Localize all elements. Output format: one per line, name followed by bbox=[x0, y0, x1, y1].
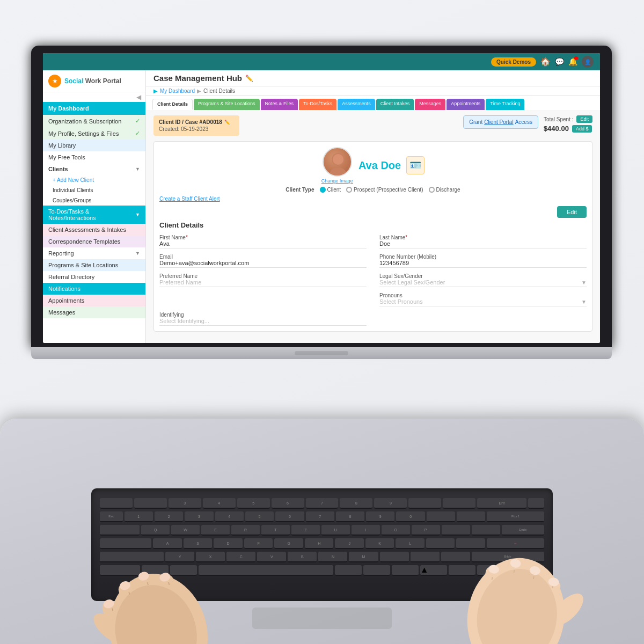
tab-intakes[interactable]: Client Intakes bbox=[376, 99, 414, 110]
content-area: Client ID / Case #AD0018 ✏️ Created: 05-… bbox=[146, 110, 600, 343]
case-edit-icon[interactable]: ✏️ bbox=[224, 120, 230, 125]
arrow-down-icon: ▼ bbox=[135, 166, 140, 172]
radio-discharge[interactable]: Discharge bbox=[429, 187, 460, 193]
total-spent-label: Total Spent : bbox=[544, 116, 574, 122]
legal-sex-label: Legal Sex/Gender bbox=[379, 273, 587, 279]
edit-main-button[interactable]: Edit bbox=[557, 206, 587, 218]
user-avatar[interactable]: 👤 bbox=[582, 56, 594, 68]
arrow-down-icon-todos: ▼ bbox=[135, 212, 140, 217]
tab-client-details[interactable]: Client Details bbox=[152, 99, 193, 110]
sidebar-item-programs[interactable]: Programs & Site Locations bbox=[43, 259, 145, 271]
edit-total-button[interactable]: Edit bbox=[576, 115, 592, 123]
grant-label: Grant bbox=[469, 119, 482, 125]
breadcrumb-home-link[interactable]: My Dashboard bbox=[160, 88, 195, 94]
legal-sex-select[interactable]: Select Legal Sex/Gender bbox=[379, 279, 445, 286]
quick-demos-button[interactable]: Quick Demos bbox=[491, 57, 536, 67]
last-name-value: Doe bbox=[379, 240, 587, 248]
client-name: Ava Doe bbox=[358, 159, 401, 172]
chat-icon[interactable]: 💬 bbox=[555, 57, 564, 66]
sidebar-item-org[interactable]: Organization & Subscription ✓ bbox=[43, 115, 145, 127]
total-amount: $440.00 bbox=[544, 125, 569, 133]
sidebar-item-messages[interactable]: Messages bbox=[43, 306, 145, 318]
case-created: Created: 05-19-2023 bbox=[159, 126, 234, 132]
client-avatar: Change Image bbox=[321, 147, 353, 184]
pronouns-label: Pronouns bbox=[379, 292, 587, 298]
field-last-name: Last Name* Doe bbox=[379, 235, 587, 248]
page-header: Case Management Hub ✏️ bbox=[146, 70, 600, 86]
identifying-label: Identifying bbox=[159, 312, 367, 318]
home-icon[interactable]: 🏠 bbox=[540, 57, 551, 67]
sidebar-item-free-tools[interactable]: My Free Tools bbox=[43, 151, 145, 163]
tab-assessments[interactable]: Assessments bbox=[338, 99, 375, 110]
sidebar-item-profile[interactable]: My Profile, Settings & Files ✓ bbox=[43, 127, 145, 140]
sidebar-item-todos[interactable]: To-Dos/Tasks & Notes/Interactions ▼ bbox=[43, 206, 145, 224]
tab-time-tracking[interactable]: Time Tracking bbox=[486, 99, 524, 110]
logo-icon: ★ bbox=[48, 75, 61, 87]
logo-text: Social Work Portal bbox=[64, 77, 121, 85]
sidebar-sub-add-client[interactable]: + Add New Client bbox=[43, 175, 145, 185]
client-type-label: Client Type bbox=[286, 187, 314, 193]
tab-messages[interactable]: Messages bbox=[415, 99, 445, 110]
tabs-row: Client Details Programs & Site Locations… bbox=[146, 96, 600, 110]
sidebar-sub-couples[interactable]: Couples/Groups bbox=[43, 195, 145, 206]
sidebar-item-appointments[interactable]: Appointments bbox=[43, 295, 145, 306]
sidebar-sub-individual[interactable]: Individual Clients bbox=[43, 185, 145, 195]
tab-appointments[interactable]: Appointments bbox=[447, 99, 485, 110]
field-legal-sex: Legal Sex/Gender Select Legal Sex/Gender… bbox=[379, 273, 587, 287]
identifying-select[interactable]: Select Identifying... bbox=[159, 318, 209, 324]
sidebar-item-dashboard[interactable]: My Dashboard bbox=[43, 102, 145, 115]
phone-label: Phone Number (Mobile) bbox=[379, 254, 587, 260]
pronouns-select[interactable]: Select Pronouns bbox=[379, 298, 423, 305]
sidebar-item-notifications[interactable]: Notifications bbox=[43, 283, 145, 295]
radio-prospect[interactable]: Prospect (Prospective Client) bbox=[346, 187, 423, 193]
notification-icon-wrapper[interactable]: 🔔 bbox=[568, 57, 577, 67]
breadcrumb-current: Client Details bbox=[203, 88, 235, 94]
logo: ★ Social Work Portal bbox=[43, 70, 145, 92]
sidebar-item-assessments[interactable]: Client Assessments & Intakes bbox=[43, 224, 145, 236]
sidebar-item-library[interactable]: My Library bbox=[43, 140, 145, 151]
sidebar-item-correspondence[interactable]: Correspondence Templates bbox=[43, 236, 145, 247]
phone-value: 123456789 bbox=[379, 260, 587, 268]
case-id: Client ID / Case #AD0018 ✏️ bbox=[159, 119, 234, 125]
svg-point-33 bbox=[330, 167, 347, 177]
staff-alert-link[interactable]: Create a Staff Client Alert bbox=[159, 196, 220, 202]
client-portal-link[interactable]: Client Portal bbox=[484, 119, 513, 125]
chevron-pronouns: ▼ bbox=[581, 299, 587, 305]
add-money-button[interactable]: Add $ bbox=[572, 125, 592, 133]
grant-portal-box: Grant Client Portal Access bbox=[463, 115, 538, 129]
sidebar-item-clients[interactable]: Clients ▼ bbox=[43, 163, 145, 175]
tab-programs[interactable]: Programs & Site Locations bbox=[194, 99, 260, 110]
field-pronouns: Pronouns Select Pronouns ▼ bbox=[379, 292, 587, 306]
tab-todos[interactable]: To-Dos/Tasks bbox=[299, 99, 336, 110]
first-name-value: Ava bbox=[159, 240, 367, 248]
checkmark-icon-2: ✓ bbox=[135, 130, 140, 137]
browser-chrome: Quick Demos 🏠 💬 🔔 👤 bbox=[43, 53, 600, 70]
change-image-link[interactable]: Change Image bbox=[321, 178, 353, 184]
breadcrumb-separator: ▶ bbox=[197, 88, 201, 94]
field-preferred-name: Preferred Name Preferred Name bbox=[159, 273, 367, 287]
sidebar-collapse-icon[interactable]: ◀ bbox=[136, 93, 141, 101]
client-type-row: Client Type Client Prospect (Prospective… bbox=[159, 187, 587, 193]
arrow-reporting: ▼ bbox=[135, 251, 140, 256]
tab-notes[interactable]: Notes & Files bbox=[261, 99, 298, 110]
total-spent-panel: Total Spent : Edit $440.00 Add $ bbox=[544, 115, 592, 133]
sidebar-item-referral[interactable]: Referral Directory bbox=[43, 271, 145, 283]
id-badge-icon: 🪪 bbox=[406, 156, 425, 174]
main-content: Case Management Hub ✏️ ▶ My Dashboard ▶ … bbox=[146, 70, 600, 343]
breadcrumb: ▶ My Dashboard ▶ Client Details bbox=[146, 86, 600, 96]
sidebar: ★ Social Work Portal ◀ My Dashboard Orga… bbox=[43, 70, 146, 343]
field-first-name: First Name* Ava bbox=[159, 235, 367, 248]
preferred-label: Preferred Name bbox=[159, 273, 367, 279]
client-profile-card: Change Image Ava Doe 🪪 Client Type bbox=[153, 141, 592, 332]
field-phone: Phone Number (Mobile) 123456789 bbox=[379, 254, 587, 268]
breadcrumb-home-icon: ▶ bbox=[153, 88, 158, 94]
page-title: Case Management Hub bbox=[153, 74, 242, 83]
grant-suffix: Access bbox=[515, 119, 532, 125]
email-value: Demo+ava@socialworkportal.com bbox=[159, 260, 367, 268]
edit-pencil-icon[interactable]: ✏️ bbox=[245, 75, 253, 82]
field-email: Email Demo+ava@socialworkportal.com bbox=[159, 254, 367, 268]
sidebar-item-reporting[interactable]: Reporting ▼ bbox=[43, 247, 145, 259]
client-details-title: Client Details bbox=[159, 221, 587, 229]
email-label: Email bbox=[159, 254, 367, 260]
radio-client[interactable]: Client bbox=[320, 187, 341, 193]
